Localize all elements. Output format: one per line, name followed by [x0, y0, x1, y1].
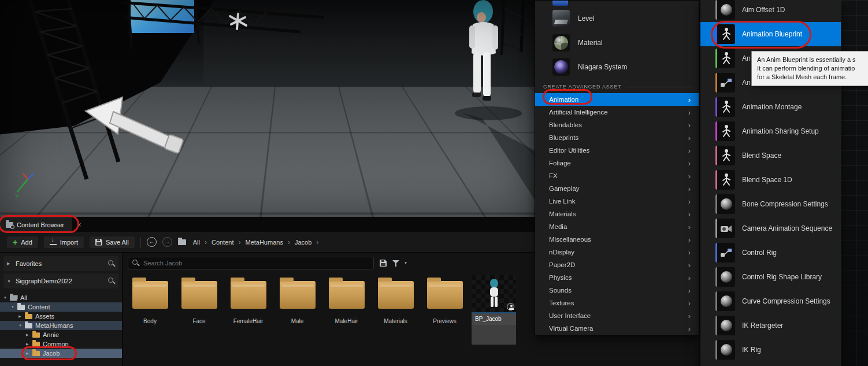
submenu-item-label: Control Rig [742, 249, 777, 257]
menu-item[interactable]: Foliage [535, 157, 699, 169]
menu-item[interactable]: Materials [535, 208, 699, 220]
tree-item[interactable]: Content [0, 302, 122, 312]
search-input[interactable] [128, 257, 374, 269]
tree-item[interactable]: Assets [0, 312, 122, 321]
filter-icon[interactable] [392, 260, 400, 267]
submenu-item[interactable]: Animation Sharing Setup [700, 119, 841, 143]
save-search-icon[interactable] [380, 260, 387, 267]
forward-button[interactable]: → [162, 237, 172, 247]
chevron-right-icon [688, 197, 691, 206]
tooltip-line: It can perform blending of animatio [757, 64, 868, 73]
submenu-item[interactable]: IK Retargeter [700, 313, 841, 338]
tab-close-icon[interactable]: × [77, 220, 81, 229]
expander-caret-icon[interactable] [26, 349, 32, 358]
menu-item[interactable]: Animation [535, 93, 699, 106]
tree-item[interactable]: Annie [0, 330, 122, 339]
breadcrumb-item[interactable]: All [193, 238, 212, 246]
import-icon [50, 239, 57, 245]
asset-tile-bp-jacob[interactable]: BP_Jacob [472, 275, 516, 345]
tree-item[interactable]: Common [0, 339, 122, 349]
folder-thumbnail-icon [181, 281, 217, 309]
submenu-item[interactable]: Blend Space 1D [700, 168, 841, 192]
expander-caret-icon[interactable] [11, 302, 17, 312]
tree-item[interactable]: MetaHumans [0, 321, 122, 330]
expander-caret-icon[interactable] [26, 330, 32, 339]
folder-tile[interactable]: FemaleHair [226, 275, 270, 324]
menu-item[interactable]: nDisplay [535, 246, 699, 258]
menu-item[interactable]: Editor Utilities [535, 144, 699, 157]
chevron-right-icon [688, 273, 691, 282]
search-icon[interactable] [108, 278, 115, 284]
asset-type-icon [715, 267, 735, 287]
menu-item[interactable]: User Interface [535, 309, 699, 322]
tree-item-label: Annie [43, 330, 59, 339]
menu-item-label: Editor Utilities [549, 147, 688, 154]
folder-tile[interactable]: Previews [422, 275, 467, 324]
menu-item[interactable]: Gameplay [535, 182, 699, 195]
content-browser-tab[interactable]: Content Browser [0, 217, 72, 232]
menu-item[interactable]: Textures [535, 297, 699, 309]
folder-tile[interactable]: Materials [373, 275, 418, 324]
folder-tiles: Body Face FemaleHair [128, 275, 472, 324]
menu-item[interactable]: Media [535, 220, 699, 233]
menu-item-label: Materials [549, 210, 688, 217]
submenu-item[interactable]: Control Rig [700, 241, 841, 265]
menu-item[interactable]: Virtual Camera [535, 322, 699, 335]
asset-type-icon [715, 73, 735, 93]
expander-caret-icon[interactable] [26, 339, 32, 349]
unreal-editor-window: Y Content Browser × + Add Import [0, 0, 868, 366]
submenu-item[interactable]: Curve Compression Settings [700, 289, 841, 313]
submenu-item[interactable]: IK Rig [700, 338, 841, 362]
folder-icon [32, 342, 40, 347]
menu-item-label: Blueprints [549, 134, 688, 141]
save-all-button[interactable]: Save All [90, 236, 135, 248]
menu-item[interactable]: Physics [535, 271, 699, 284]
menu-item-label: FX [549, 172, 688, 179]
menu-item[interactable]: Sounds [535, 284, 699, 297]
menu-item[interactable]: Live Link [535, 195, 699, 208]
submenu-item[interactable]: Camera Animation Sequence [700, 216, 841, 241]
search-icon[interactable] [108, 260, 115, 267]
menu-item[interactable]: Paper2D [535, 258, 699, 271]
submenu-item[interactable]: Blend Space [700, 143, 841, 168]
menu-item[interactable]: Level [535, 6, 699, 31]
menu-item[interactable]: FX [535, 169, 699, 182]
menu-item[interactable]: Niagara System [535, 55, 699, 79]
menu-item[interactable]: Miscellaneous [535, 233, 699, 246]
submenu-item[interactable]: Aim Offset 1D [700, 0, 841, 22]
submenu-item[interactable]: Animation Blueprint [700, 22, 841, 46]
expander-caret-icon[interactable] [18, 312, 24, 321]
submenu-item[interactable]: Animation Montage [700, 95, 841, 119]
advanced-asset-list: Animation Artificial Intelligence Blenda… [535, 93, 699, 335]
asset-type-icon [715, 146, 735, 165]
folder-tile[interactable]: Body [128, 275, 172, 324]
folder-tile-label: FemaleHair [226, 318, 270, 324]
folder-tile[interactable]: Male [275, 275, 320, 324]
import-button[interactable]: Import [44, 236, 84, 248]
folder-thumbnail-icon [329, 281, 365, 309]
tree-item[interactable]: Jacob [0, 349, 122, 358]
add-button[interactable]: + Add [7, 236, 38, 248]
breadcrumb-item[interactable]: Content [212, 238, 246, 246]
favorites-header[interactable]: ▶ Favorites [3, 256, 118, 271]
menu-item[interactable]: Artificial Intelligence [535, 106, 699, 119]
back-button[interactable]: ← [147, 237, 157, 247]
folder-tile[interactable]: MaleHair [324, 275, 369, 324]
submenu-item-label: Animation Sharing Setup [742, 127, 819, 135]
folder-tile[interactable]: Face [177, 275, 221, 324]
folder-icon [17, 305, 25, 310]
submenu-item[interactable]: Control Rig Shape Library [700, 265, 841, 289]
menu-item[interactable]: Material [535, 31, 699, 55]
menu-item[interactable]: Blueprints [535, 131, 699, 144]
expander-caret-icon[interactable] [18, 321, 24, 330]
tree-item[interactable]: All [0, 293, 122, 302]
collection-header[interactable]: ▼ SiggraphDemo2022 [3, 273, 118, 289]
breadcrumb-item[interactable]: Jacob [295, 238, 323, 246]
menu-item[interactable]: Blendables [535, 119, 699, 131]
submenu-item[interactable]: Bone Compression Settings [700, 192, 841, 216]
caret-right-icon: ▶ [7, 261, 12, 266]
filter-caret-icon[interactable]: ▼ [404, 261, 407, 265]
breadcrumb-item[interactable]: MetaHumans [245, 238, 294, 246]
viewport-3d[interactable]: Y [0, 0, 535, 217]
expander-caret-icon[interactable] [3, 293, 9, 302]
